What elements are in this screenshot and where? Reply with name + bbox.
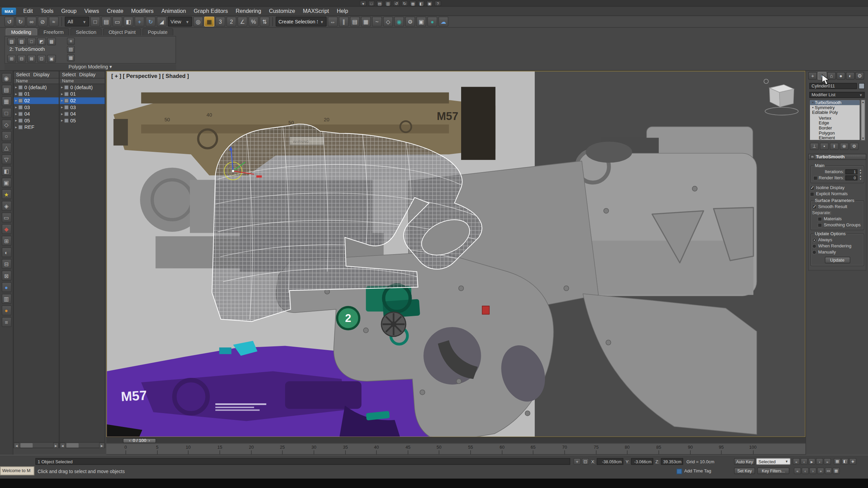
explorer-hscrollbar[interactable]: ◄ ► xyxy=(60,442,104,447)
layer-row[interactable]: ▸0 (default) xyxy=(60,84,104,91)
left-tool-icon[interactable]: △ xyxy=(1,143,11,152)
menu-item[interactable]: Customize xyxy=(265,7,299,16)
add-time-tag[interactable]: Add Time Tag xyxy=(684,469,711,474)
modifier-stack-row[interactable]: Edge xyxy=(810,121,860,126)
render-iters-checkbox[interactable] xyxy=(813,176,817,180)
command-panel-tab-icon[interactable]: ● xyxy=(836,72,845,80)
toolbar-button-icon[interactable]: 2 xyxy=(226,17,236,26)
quick-access-icon[interactable]: ↻ xyxy=(401,1,408,6)
explorer-name-column-header[interactable]: Name xyxy=(14,79,59,84)
max-logo-icon[interactable]: MAX xyxy=(2,7,16,15)
object-name-field[interactable]: Cylinder011 xyxy=(809,83,857,89)
viewport-nav-icon[interactable]: ◧ xyxy=(842,458,849,465)
toolbar-button-icon[interactable]: ◇ xyxy=(383,17,393,26)
spinner-arrows-icon[interactable]: ▲▼ xyxy=(859,176,862,181)
left-tool-icon[interactable]: ○ xyxy=(1,131,11,141)
command-panel-tab-icon[interactable]: + xyxy=(808,72,817,80)
smoothing-groups-checkbox[interactable] xyxy=(817,223,822,227)
ribbon-tool-icon[interactable]: ▩ xyxy=(47,38,56,45)
menu-item[interactable]: Rendering xyxy=(232,7,265,16)
stack-scrollbar[interactable]: ▲▼ xyxy=(861,100,865,141)
y-coordinate-field[interactable]: -3.066cm xyxy=(631,458,653,465)
status-toggle-icon[interactable]: ⊡ xyxy=(582,458,589,465)
toolbar-button-icon[interactable]: ◉ xyxy=(394,17,404,26)
always-radio[interactable] xyxy=(812,238,816,242)
toolbar-button-icon[interactable]: ☁ xyxy=(438,17,448,26)
left-tool-icon[interactable]: ◉ xyxy=(1,73,11,83)
expand-arrow-icon[interactable]: ▸ xyxy=(14,92,18,96)
expand-arrow-icon[interactable]: ▸ xyxy=(60,105,64,109)
quick-access-icon[interactable]: □ xyxy=(368,1,375,6)
spinner-arrows-icon[interactable]: ▲▼ xyxy=(859,169,862,175)
viewport-nav-icon[interactable]: ▦ xyxy=(834,458,841,465)
expand-arrow-icon[interactable]: ▸ xyxy=(14,99,18,103)
frame-nav-icon[interactable]: › xyxy=(809,468,816,474)
playback-icon[interactable]: ‹ xyxy=(801,458,808,465)
layer-row[interactable]: ▸05 xyxy=(14,117,59,124)
quick-access-icon[interactable]: ▦ xyxy=(410,1,416,6)
menu-item[interactable]: Tools xyxy=(37,7,57,16)
modifier-stack-row[interactable]: TurboSmooth xyxy=(810,100,860,105)
toolbar-button-icon[interactable]: % xyxy=(249,17,258,26)
toolbar-button-icon[interactable]: ↻ xyxy=(145,17,155,26)
left-tool-icon[interactable]: ▣ xyxy=(1,178,11,187)
frame-nav-icon[interactable]: ▭ xyxy=(825,468,832,474)
toolbar-button-icon[interactable]: ⚙ xyxy=(405,17,415,26)
time-tag-icon[interactable] xyxy=(676,469,682,474)
toolbar-button-icon[interactable]: ▤ xyxy=(350,17,360,26)
explorer-display-menu[interactable]: Display xyxy=(33,72,50,78)
quick-access-icon[interactable]: ? xyxy=(435,1,441,6)
toolbar-button-icon[interactable]: ∥ xyxy=(339,17,349,26)
left-tool-icon[interactable]: ● xyxy=(1,282,11,292)
stack-tool-icon[interactable]: ‖ xyxy=(830,143,839,150)
layer-row[interactable]: ▸0 (default) xyxy=(14,84,59,91)
expand-arrow-icon[interactable]: ▸ xyxy=(60,85,64,89)
left-tool-icon[interactable]: ★ xyxy=(1,189,11,199)
menu-item[interactable]: Edit xyxy=(19,7,37,16)
named-selection-set-dropdown[interactable]: Create Selection Set▼ xyxy=(276,17,327,26)
ribbon-tool-icon[interactable]: □ xyxy=(27,38,36,45)
materials-checkbox[interactable] xyxy=(817,217,822,221)
left-tool-icon[interactable]: ▤ xyxy=(1,85,11,95)
left-tool-icon[interactable]: ⊟ xyxy=(1,259,11,269)
toolbar-button-icon[interactable]: ↻ xyxy=(16,17,25,26)
selection-filter-dropdown[interactable]: All▼ xyxy=(65,17,89,26)
auto-key-button[interactable]: Auto Key xyxy=(734,458,755,465)
ribbon-tool-icon[interactable]: ▦ xyxy=(67,54,75,61)
ribbon-tab[interactable]: Selection xyxy=(70,28,102,35)
ribbon-tool-icon[interactable]: ⊟ xyxy=(17,55,26,63)
toolbar-button-icon[interactable]: ▦ xyxy=(204,17,214,26)
menu-item[interactable]: MAXScript xyxy=(299,7,333,16)
smooth-result-checkbox[interactable] xyxy=(812,204,816,209)
toolbar-button-icon[interactable]: ∠ xyxy=(237,17,247,26)
menu-item[interactable]: Animation xyxy=(157,7,190,16)
expand-arrow-icon[interactable]: ▸ xyxy=(60,118,64,123)
toolbar-button-icon[interactable]: ⊘ xyxy=(38,17,47,26)
key-selection-dropdown[interactable]: Selected▼ xyxy=(756,458,790,465)
ribbon-tool-icon[interactable]: ▣ xyxy=(47,55,56,63)
welcome-window-title[interactable]: Welcome to M xyxy=(0,466,34,475)
toolbar-button-icon[interactable]: 3 xyxy=(215,17,225,26)
quick-access-icon[interactable]: ▾ xyxy=(360,1,367,6)
toolbar-button-icon[interactable]: ▤ xyxy=(101,17,111,26)
toolbar-button-icon[interactable]: □ xyxy=(90,17,100,26)
menu-item[interactable]: Help xyxy=(333,7,352,16)
z-coordinate-field[interactable]: 39.353cm xyxy=(661,458,683,465)
iterations-spinner[interactable]: 1 xyxy=(845,169,857,175)
explorer-hscrollbar[interactable]: ◄ ► xyxy=(14,442,59,447)
toolbar-button-icon[interactable]: ~ xyxy=(372,17,382,26)
stack-tool-icon[interactable]: ⊗ xyxy=(840,143,849,150)
scroll-left-icon[interactable]: ◄ xyxy=(60,442,65,448)
layer-row[interactable]: ▸01 xyxy=(60,91,104,98)
viewcube[interactable] xyxy=(762,76,801,119)
expand-arrow-icon[interactable]: ▸ xyxy=(60,92,64,96)
toolbar-button-icon[interactable]: ◧ xyxy=(123,17,133,26)
viewport-canvas[interactable]: WARNING M57 50 40 50 20 xyxy=(107,72,805,437)
toolbar-button-icon[interactable]: ▦ xyxy=(361,17,371,26)
time-slider[interactable]: 0 / 100 xyxy=(106,437,805,443)
toolbar-button-icon[interactable]: ≈ xyxy=(49,17,59,26)
rollout-header[interactable]: − TurboSmooth xyxy=(808,154,866,160)
ribbon-tab[interactable]: Object Paint xyxy=(103,28,141,35)
quick-access-icon[interactable]: ▣ xyxy=(426,1,433,6)
stack-tool-icon[interactable]: ⊥ xyxy=(810,143,819,150)
